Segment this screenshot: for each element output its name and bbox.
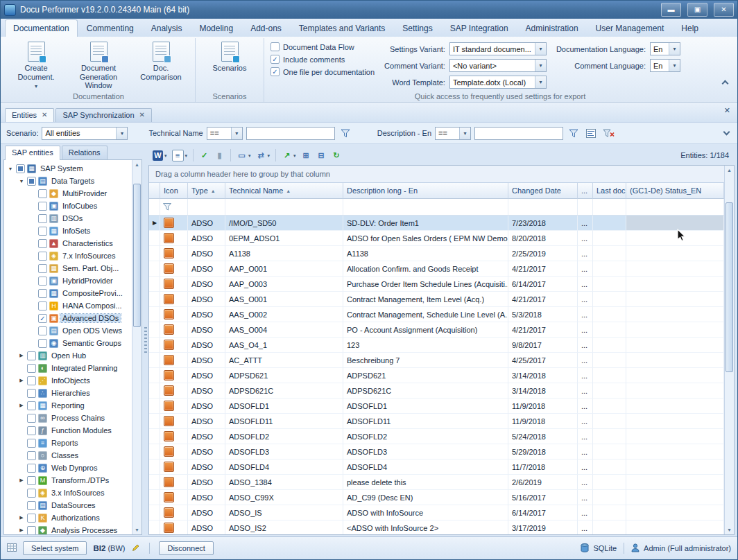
- tree-checkbox-unchecked[interactable]: [27, 364, 36, 373]
- tree-scrollbar[interactable]: ▲ ▼: [132, 160, 141, 534]
- tree-checkbox-unchecked[interactable]: [27, 389, 36, 398]
- expand-icon[interactable]: ▶: [18, 527, 25, 533]
- tree-item-integrated-planning[interactable]: ◐Integrated Planning: [4, 362, 132, 374]
- tree-item-analysis-processes[interactable]: ▶◆Analysis Processes: [4, 524, 132, 534]
- table-row-adsofld2[interactable]: ADSOADSOFLD2ADSOFLD25/24/2018...: [149, 429, 724, 444]
- ribbon-collapse-chevron[interactable]: [721, 78, 729, 87]
- disconnect-button[interactable]: Disconnect: [159, 541, 213, 555]
- document-generation-window-button[interactable]: Document Generation Window: [68, 39, 129, 91]
- tree-item-open-ods-views[interactable]: ▤Open ODS Views: [4, 324, 132, 337]
- scrollbar-thumb[interactable]: [133, 184, 141, 328]
- chevron-down-icon[interactable]: ▾: [535, 76, 546, 88]
- grid-scrollbar[interactable]: ▲ ▼: [724, 166, 734, 534]
- table-row-0epm-adso1[interactable]: ADSO0EPM_ADSO1ADSO for Open Sales Orders…: [149, 231, 724, 246]
- chevron-down-icon[interactable]: ▾: [535, 60, 546, 71]
- tree-checkbox-unchecked[interactable]: [38, 277, 47, 286]
- tree-item-process-chains[interactable]: ∞Process Chains: [4, 412, 132, 424]
- scrollbar-thumb[interactable]: [726, 202, 733, 372]
- group-by-hint[interactable]: Drag a column header here to group by th…: [149, 166, 724, 183]
- tree-item-compositeprovi[interactable]: ▦CompositeProvi...: [4, 287, 132, 299]
- technical-name-funnel-icon[interactable]: [338, 126, 352, 140]
- ribbon-tab-settings[interactable]: Settings: [394, 19, 440, 37]
- select-system-button[interactable]: Select system: [23, 541, 87, 555]
- scroll-down-icon[interactable]: ▼: [725, 525, 734, 534]
- ribbon-tab-user-management[interactable]: User Management: [587, 19, 673, 37]
- close-button[interactable]: ✕: [714, 3, 734, 17]
- tree-item-datasources[interactable]: ▤DataSources: [4, 499, 132, 511]
- ribbon-tab-templates-and-variants[interactable]: Templates and Variants: [291, 19, 394, 37]
- table-row-adsofld11[interactable]: ADSOADSOFLD11ADSOFLD1111/9/2018...: [149, 414, 724, 429]
- refresh-button[interactable]: ↻: [330, 148, 343, 162]
- column-header-changed-date[interactable]: Changed Date: [508, 183, 578, 199]
- scroll-up-icon[interactable]: ▲: [725, 166, 734, 175]
- ribbon-tab-commenting[interactable]: Commenting: [78, 19, 142, 37]
- description-filter-input[interactable]: [474, 127, 563, 140]
- table-row-adso-is2[interactable]: ADSOADSO_IS2<ADSO with InfoSource 2>3/17…: [149, 520, 724, 534]
- chevron-down-icon[interactable]: ▾: [669, 43, 680, 55]
- tree-checkbox-unchecked[interactable]: [38, 264, 47, 273]
- collapse-icon[interactable]: ▼: [18, 179, 25, 184]
- tree-item-characteristics[interactable]: ▲Characteristics: [4, 237, 132, 250]
- tree-item-infoobjects[interactable]: ▶⋰InfoObjects: [4, 374, 132, 387]
- tree-item-authorizations[interactable]: ▶KAuthorizations: [4, 511, 132, 524]
- expand-icon[interactable]: ▶: [18, 478, 25, 483]
- table-row-adsofld1[interactable]: ADSOADSOFLD1ADSOFLD111/9/2018...: [149, 399, 724, 414]
- word-template-select[interactable]: Template.dotx (Local)▾: [449, 76, 547, 89]
- screen-compare-button[interactable]: ⇄▾: [255, 148, 272, 162]
- tree-checkbox-unchecked[interactable]: [27, 526, 36, 535]
- close-tab-icon[interactable]: ✕: [139, 112, 145, 119]
- checkbox-checked-icon[interactable]: ✓: [271, 67, 280, 76]
- clear-filter-icon[interactable]: [601, 126, 615, 140]
- tree-item-sap-system[interactable]: ▼▦SAP System: [4, 162, 132, 175]
- tree-item-hierarchies[interactable]: ∴Hierarchies: [4, 387, 132, 399]
- tree-item-hana-composi[interactable]: HHANA Composi...: [4, 299, 132, 312]
- checkbox-one-file-per-documentation[interactable]: ✓One file per documentation: [271, 67, 375, 76]
- doc-comparison-button[interactable]: Doc. Comparison: [130, 39, 191, 91]
- tree-checkbox-unchecked[interactable]: [27, 414, 36, 423]
- document-tab-entities[interactable]: Entities✕: [5, 108, 54, 122]
- tree-item-transform-dtps[interactable]: ▶MTransform./DTPs: [4, 474, 132, 487]
- scroll-down-icon[interactable]: ▼: [132, 525, 141, 534]
- tree-item-infocubes[interactable]: ▣InfoCubes: [4, 200, 132, 212]
- table-row-adso-1384[interactable]: ADSOADSO_1384please delete this2/6/2019.…: [149, 475, 724, 490]
- documentation-language-select[interactable]: En▾: [650, 42, 680, 55]
- grid-add-button[interactable]: ⊞: [300, 148, 313, 162]
- tree-checkbox-unchecked[interactable]: [27, 451, 36, 460]
- ribbon-tab-analysis[interactable]: Analysis: [143, 19, 191, 37]
- checkbox-checked-icon[interactable]: ✓: [271, 55, 280, 64]
- ribbon-tab-modeling[interactable]: Modeling: [191, 19, 241, 37]
- tree-item-web-dynpros[interactable]: ⊕Web Dynpros: [4, 462, 132, 474]
- document-export-button[interactable]: ≡▾: [171, 148, 189, 162]
- column-header-technical-name[interactable]: Technical Name▲: [225, 183, 343, 199]
- maximize-button[interactable]: ▣: [687, 3, 707, 17]
- left-tab-sap-entities[interactable]: SAP entities: [5, 146, 60, 160]
- check-entities-button[interactable]: ✓: [198, 148, 211, 162]
- expand-icon[interactable]: ▶: [18, 353, 25, 358]
- comment-variant-select[interactable]: <No variant>▾: [449, 59, 547, 72]
- checkbox-unchecked-icon[interactable]: [271, 42, 280, 51]
- expand-icon[interactable]: ▶: [18, 403, 25, 408]
- settings-variant-select[interactable]: IT standard documen...▾: [449, 42, 547, 55]
- ribbon-tab-add-ons[interactable]: Add-ons: [242, 19, 290, 37]
- comment-language-select[interactable]: En▾: [650, 59, 680, 72]
- tree-checkbox-unchecked[interactable]: [27, 514, 36, 523]
- expand-icon[interactable]: ▶: [18, 515, 25, 520]
- collapse-icon[interactable]: ▼: [7, 166, 14, 171]
- tree-item-classes[interactable]: ○Classes: [4, 449, 132, 462]
- left-tab-relations[interactable]: Relations: [62, 146, 108, 159]
- ribbon-tab-sap-integration[interactable]: SAP Integration: [442, 19, 517, 37]
- technical-name-operator-select[interactable]: == ▾: [207, 127, 243, 140]
- table-row-adpsd621[interactable]: ADSOADPSD621ADPSD6213/14/2018...: [149, 368, 724, 383]
- table-row-a1138[interactable]: ADSOA1138A11382/25/2019...: [149, 246, 724, 261]
- screenshot-button[interactable]: ▭▾: [235, 148, 252, 162]
- document-tab-sap-synchronization[interactable]: SAP Synchronization✕: [55, 108, 152, 122]
- tree-item-3-x-infosources[interactable]: ◈3.x InfoSources: [4, 487, 132, 499]
- chevron-down-icon[interactable]: ▾: [231, 128, 242, 139]
- tree-checkbox-partial[interactable]: [27, 177, 36, 186]
- tree-checkbox-unchecked[interactable]: [27, 489, 36, 498]
- tree-checkbox-unchecked[interactable]: [38, 214, 47, 223]
- filter-editor-icon[interactable]: [584, 126, 598, 140]
- filter-funnel-icon[interactable]: [160, 199, 188, 215]
- tree-checkbox-checked[interactable]: ✓: [38, 314, 47, 323]
- filter-bar-collapse-chevron[interactable]: [722, 128, 732, 138]
